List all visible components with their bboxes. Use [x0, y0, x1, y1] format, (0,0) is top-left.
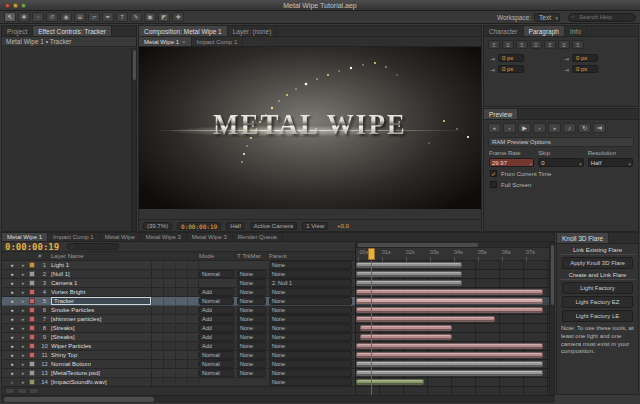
trkmat-select[interactable]: None: [237, 288, 266, 296]
layer-name[interactable]: [Streaks]: [51, 325, 151, 331]
camera-tool-icon[interactable]: ◉: [60, 12, 72, 22]
tab-project[interactable]: Project: [2, 26, 33, 36]
timeline-track-area[interactable]: :00s01s02s03s04s05s06s07s: [355, 242, 549, 395]
label-color-swatch[interactable]: [29, 316, 35, 322]
timeline-track[interactable]: [356, 306, 549, 315]
mode-select[interactable]: Normal: [199, 270, 234, 278]
layer-switches[interactable]: [151, 307, 199, 314]
current-time-indicator-handle[interactable]: [368, 248, 375, 260]
layer-duration-bar[interactable]: [356, 316, 495, 322]
trkmat-select[interactable]: None: [237, 270, 266, 278]
timeline-track[interactable]: [356, 279, 549, 288]
timeline-track[interactable]: [356, 261, 549, 270]
visibility-eye-icon[interactable]: ●: [2, 361, 22, 367]
view-layout-select[interactable]: 1 View: [302, 222, 328, 230]
layer-name[interactable]: Wiper Particles: [51, 343, 151, 349]
comp-tab-metal-wipe-1[interactable]: Metal Wipe 1×: [139, 37, 192, 46]
layer-switches[interactable]: [151, 361, 199, 368]
index-column-header[interactable]: #: [38, 253, 51, 259]
layer-switches[interactable]: [151, 271, 199, 278]
comp-timecode[interactable]: 0:00:00:19: [177, 222, 221, 230]
expand-arrow-icon[interactable]: ▸: [22, 307, 29, 313]
visibility-eye-icon[interactable]: ●: [2, 271, 22, 277]
expand-arrow-icon[interactable]: ▸: [22, 271, 29, 277]
last-frame-button[interactable]: »: [548, 123, 561, 133]
visibility-eye-icon[interactable]: ●: [2, 262, 22, 268]
justify-last-right-icon[interactable]: ≡: [558, 40, 570, 49]
tab-info[interactable]: Info: [565, 26, 587, 36]
timeline-tab-metal-wipe-2[interactable]: Metal Wipe: [100, 233, 141, 241]
mode-select[interactable]: Add: [199, 342, 234, 350]
workspace-select[interactable]: Text: [534, 13, 560, 22]
light-factory-button-1[interactable]: Light Factory EZ: [562, 296, 633, 308]
parent-select[interactable]: None: [269, 261, 352, 269]
skip-select[interactable]: 0: [538, 158, 583, 167]
clone-stamp-tool-icon[interactable]: ▣: [144, 12, 156, 22]
trkmat-select[interactable]: None: [237, 342, 266, 350]
type-tool-icon[interactable]: T: [116, 12, 128, 22]
layer-row[interactable]: ●▸12Normal BottomNormalNoneNone: [2, 360, 355, 369]
parent-select[interactable]: None: [269, 378, 352, 386]
play-button[interactable]: ▶: [518, 123, 531, 133]
ram-preview-options-header[interactable]: RAM Preview Options: [488, 137, 634, 147]
layer-duration-bar[interactable]: [356, 361, 543, 367]
layer-row[interactable]: ●▸11Shiny TopNormalNoneNone: [2, 351, 355, 360]
parent-select[interactable]: None: [269, 324, 352, 332]
zoom-tool-icon[interactable]: ○: [32, 12, 44, 22]
layer-row[interactable]: ●▸13[MetalTexture.psd]NormalNoneNone: [2, 369, 355, 378]
layer-duration-bar[interactable]: [356, 343, 543, 349]
resolution-select[interactable]: Half: [588, 158, 633, 167]
loop-toggle-button[interactable]: ↻: [578, 123, 591, 133]
expand-arrow-icon[interactable]: ▸: [22, 289, 29, 295]
parent-select[interactable]: None: [269, 270, 352, 278]
label-color-swatch[interactable]: [29, 307, 35, 313]
layer-row[interactable]: ●▸9[Streaks]AddNoneNone: [2, 333, 355, 342]
justify-all-icon[interactable]: ≡: [572, 40, 584, 49]
expand-arrow-icon[interactable]: ▸: [22, 379, 29, 385]
tab-effect-controls-tracker[interactable]: Effect Controls: Tracker: [33, 26, 112, 36]
layer-name[interactable]: [MetalTexture.psd]: [51, 370, 151, 376]
tab-layer-none[interactable]: Layer: (none): [228, 26, 278, 36]
light-factory-button-0[interactable]: Light Factory: [562, 282, 633, 294]
parent-select[interactable]: None: [269, 369, 352, 377]
trkmat-select[interactable]: None: [237, 297, 266, 305]
timeline-track[interactable]: [356, 270, 549, 279]
next-frame-button[interactable]: ›: [533, 123, 546, 133]
frame-rate-select[interactable]: 29.97: [489, 158, 534, 167]
timeline-track[interactable]: [356, 297, 549, 306]
parent-select[interactable]: None: [269, 360, 352, 368]
layer-name[interactable]: Normal Bottom: [51, 361, 151, 367]
layer-row[interactable]: ●▸10Wiper ParticlesAddNoneNone: [2, 342, 355, 351]
current-time-indicator[interactable]: [371, 261, 372, 395]
mode-select[interactable]: Add: [199, 324, 234, 332]
layer-switches[interactable]: [151, 352, 199, 359]
window-titlebar[interactable]: Metal Wipe Tutorial.aep: [0, 0, 640, 11]
audio-toggle-icon[interactable]: ♪: [2, 379, 22, 385]
expand-transfer-controls-button[interactable]: [17, 388, 27, 394]
mode-select[interactable]: Add: [199, 333, 234, 341]
layer-row[interactable]: ●▸7[shimmer particles]AddNoneNone: [2, 315, 355, 324]
layer-duration-bar[interactable]: [356, 307, 543, 313]
timeline-track[interactable]: [356, 351, 549, 360]
layer-duration-bar[interactable]: [356, 289, 543, 295]
layer-switches[interactable]: [151, 334, 199, 341]
parent-select[interactable]: None: [269, 297, 352, 305]
light-factory-button-2[interactable]: Light Factory LE: [562, 310, 633, 322]
align-left-icon[interactable]: ≡: [488, 40, 500, 49]
layer-row[interactable]: ●▸6Smoke ParticlesAddNoneNone: [2, 306, 355, 315]
layer-name[interactable]: Tracker: [51, 297, 151, 305]
layer-switches[interactable]: [151, 370, 199, 377]
expand-arrow-icon[interactable]: ▸: [22, 361, 29, 367]
time-ruler[interactable]: :00s01s02s03s04s05s06s07s: [356, 248, 549, 261]
trkmat-select[interactable]: None: [237, 315, 266, 323]
expand-arrow-icon[interactable]: ▸: [22, 262, 29, 268]
exposure-value[interactable]: +0.0: [333, 222, 353, 230]
trkmat-select[interactable]: None: [237, 333, 266, 341]
layer-name[interactable]: Light 1: [51, 262, 151, 268]
minimize-window-button[interactable]: [13, 3, 18, 8]
layer-row[interactable]: ●▸4Vortex BrightAddNoneNone: [2, 288, 355, 297]
mode-select[interactable]: Add: [199, 306, 234, 314]
layer-switches[interactable]: [151, 343, 199, 350]
layer-name[interactable]: [ImpactSoundfx.wav]: [51, 379, 151, 385]
label-color-swatch[interactable]: [29, 289, 35, 295]
